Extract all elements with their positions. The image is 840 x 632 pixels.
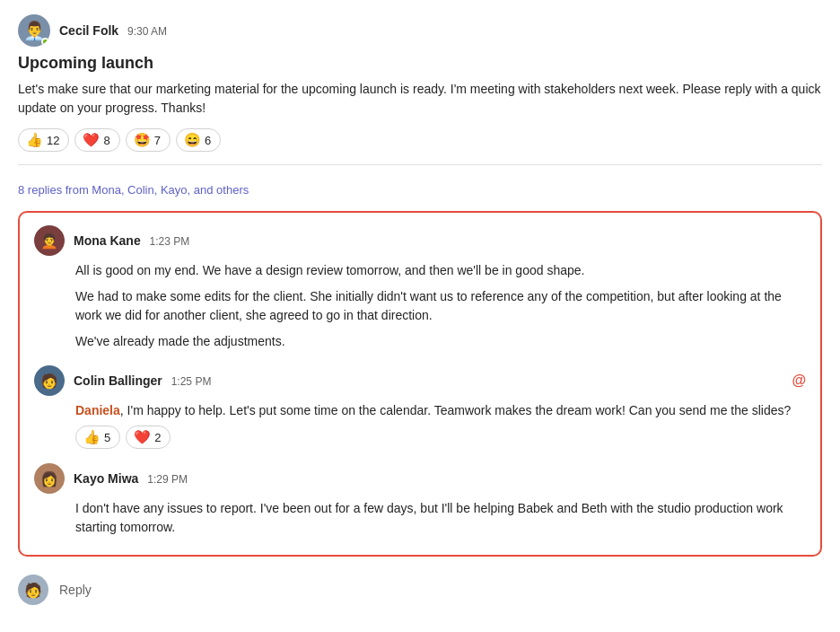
reply-kayo-header: 👩 Kayo Miwa 1:29 PM — [34, 463, 806, 494]
colin-author-info: Colin Ballinger 1:25 PM — [74, 373, 211, 388]
colin-name: Colin Ballinger — [74, 373, 162, 388]
replies-container: 🧑‍🦱 Mona Kane 1:23 PM All is good on my … — [18, 211, 822, 557]
reactions-row: 👍 12 ❤️ 8 🤩 7 😄 6 — [18, 128, 822, 152]
mention-daniela[interactable]: Daniela — [75, 403, 120, 417]
laugh-count: 6 — [205, 134, 211, 147]
post-timestamp: 9:30 AM — [127, 25, 167, 38]
mona-timestamp: 1:23 PM — [150, 235, 190, 248]
author-avatar: 👨‍💼 — [18, 14, 50, 47]
post-header: 👨‍💼 Cecil Folk 9:30 AM — [18, 14, 822, 47]
original-post: 👨‍💼 Cecil Folk 9:30 AM Upcoming launch L… — [18, 14, 822, 165]
mona-name: Mona Kane — [74, 233, 141, 248]
heart-emoji: ❤️ — [83, 132, 100, 148]
colin-reply-content: Daniela, I'm happy to help. Let's put so… — [75, 401, 806, 449]
mona-reply-text: All is good on my end. We have a design … — [75, 261, 806, 351]
starstruck-count: 7 — [154, 134, 161, 147]
reply-colin: 🧑 Colin Ballinger 1:25 PM @ Daniela, I'm… — [34, 365, 806, 449]
current-user-avatar: 🧑 — [18, 575, 48, 605]
kayo-timestamp: 1:29 PM — [147, 473, 188, 486]
heart-count: 8 — [103, 134, 109, 147]
colin-reactions: 👍 5 ❤️ 2 — [75, 426, 806, 449]
mona-avatar: 🧑‍🦱 — [34, 225, 65, 256]
kayo-name: Kayo Miwa — [74, 471, 138, 486]
replies-link-wrapper: 8 replies from Mona, Colin, Kayo, and ot… — [18, 165, 822, 207]
mona-para-1: All is good on my end. We have a design … — [75, 261, 806, 280]
post-title: Upcoming launch — [18, 54, 822, 73]
reply-colin-header: 🧑 Colin Ballinger 1:25 PM @ — [34, 365, 806, 396]
online-indicator — [41, 38, 49, 46]
reaction-heart[interactable]: ❤️ 8 — [74, 128, 119, 152]
reply-kayo: 👩 Kayo Miwa 1:29 PM I don't have any iss… — [34, 463, 806, 537]
thumbsup-count: 12 — [47, 134, 59, 147]
kayo-reply-content: I don't have any issues to report. I've … — [75, 499, 806, 537]
mona-para-2: We had to make some edits for the client… — [75, 287, 806, 325]
colin-thumbsup-emoji: 👍 — [83, 429, 101, 445]
mona-reply-content: All is good on my end. We have a design … — [75, 261, 806, 351]
colin-thumbsup-count: 5 — [104, 431, 110, 444]
kayo-author-info: Kayo Miwa 1:29 PM — [74, 471, 188, 486]
reply-mona: 🧑‍🦱 Mona Kane 1:23 PM All is good on my … — [34, 225, 806, 351]
author-info: Cecil Folk 9:30 AM — [59, 23, 167, 38]
reply-label[interactable]: Reply — [59, 583, 92, 597]
page-container: 👨‍💼 Cecil Folk 9:30 AM Upcoming launch L… — [0, 0, 840, 632]
replies-link[interactable]: 8 replies from Mona, Colin, Kayo, and ot… — [18, 174, 249, 200]
colin-timestamp: 1:25 PM — [171, 375, 212, 388]
colin-reaction-thumbsup[interactable]: 👍 5 — [75, 426, 120, 449]
reaction-laugh[interactable]: 😄 6 — [176, 128, 221, 152]
author-name: Cecil Folk — [59, 23, 118, 38]
colin-avatar: 🧑 — [34, 365, 65, 396]
colin-heart-count: 2 — [154, 431, 161, 444]
thumbsup-emoji: 👍 — [26, 132, 43, 148]
reply-mona-header: 🧑‍🦱 Mona Kane 1:23 PM — [34, 225, 806, 256]
starstruck-emoji: 🤩 — [134, 132, 151, 148]
colin-reply-text: Daniela, I'm happy to help. Let's put so… — [75, 401, 806, 420]
reply-input-area: 🧑 Reply — [18, 569, 822, 605]
kayo-para-1: I don't have any issues to report. I've … — [75, 499, 806, 537]
mona-author-info: Mona Kane 1:23 PM — [74, 233, 189, 248]
colin-heart-emoji: ❤️ — [134, 429, 151, 445]
mona-para-3: We've already made the adjustments. — [75, 332, 806, 351]
colin-para-1: Daniela, I'm happy to help. Let's put so… — [75, 401, 806, 420]
reaction-thumbsup[interactable]: 👍 12 — [18, 128, 69, 152]
post-body: Let's make sure that our marketing mater… — [18, 80, 822, 118]
kayo-reply-text: I don't have any issues to report. I've … — [75, 499, 806, 537]
colin-reaction-heart[interactable]: ❤️ 2 — [126, 426, 171, 449]
kayo-avatar: 👩 — [34, 463, 65, 494]
laugh-emoji: 😄 — [184, 132, 201, 148]
reaction-starstruck[interactable]: 🤩 7 — [126, 128, 171, 152]
at-mention-icon: @ — [792, 373, 806, 389]
